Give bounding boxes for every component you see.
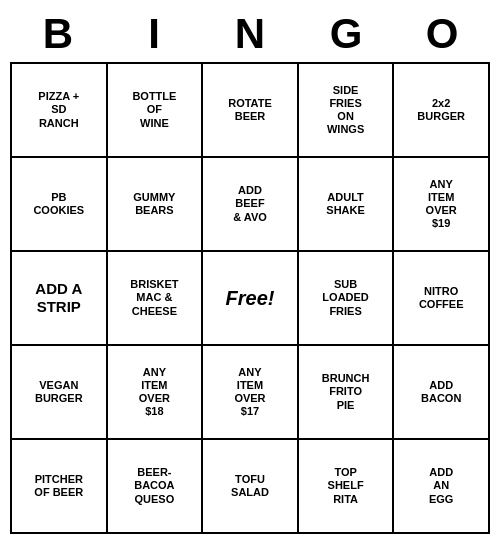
bingo-cell-r4c1: VEGANBURGER [12, 346, 108, 440]
bingo-cell-r2c2: GUMMYBEARS [108, 158, 204, 252]
bingo-cell-r1c2: BOTTLEOFWINE [108, 64, 204, 158]
bingo-cell-r4c4: BRUNCHFRITOPIE [299, 346, 395, 440]
bingo-grid: PIZZA +SDRANCHBOTTLEOFWINEROTATEBEERSIDE… [10, 62, 490, 534]
bingo-cell-r2c4: ADULTSHAKE [299, 158, 395, 252]
bingo-cell-r5c3: TOFUSALAD [203, 440, 299, 534]
bingo-cell-r1c4: SIDEFRIESONWINGS [299, 64, 395, 158]
bingo-cell-r2c5: ANYITEMOVER$19 [394, 158, 490, 252]
bingo-cell-r3c3: Free! [203, 252, 299, 346]
bingo-cell-r3c5: NITROCOFFEE [394, 252, 490, 346]
bingo-cell-r4c2: ANYITEMOVER$18 [108, 346, 204, 440]
bingo-cell-r5c5: ADDANEGG [394, 440, 490, 534]
bingo-cell-r3c4: SUBLOADEDFRIES [299, 252, 395, 346]
letter-n: N [202, 10, 298, 58]
bingo-cell-r5c1: PITCHEROF BEER [12, 440, 108, 534]
bingo-cell-r4c3: ANYITEMOVER$17 [203, 346, 299, 440]
bingo-cell-r1c3: ROTATEBEER [203, 64, 299, 158]
bingo-cell-r2c3: ADDBEEF& AVO [203, 158, 299, 252]
bingo-cell-r4c5: ADDBACON [394, 346, 490, 440]
letter-b: B [10, 10, 106, 58]
bingo-cell-r1c5: 2x2BURGER [394, 64, 490, 158]
letter-o: O [394, 10, 490, 58]
bingo-cell-r3c2: BRISKETMAC &CHEESE [108, 252, 204, 346]
bingo-cell-r3c1: ADD ASTRIP [12, 252, 108, 346]
letter-g: G [298, 10, 394, 58]
bingo-cell-r5c2: BEER-BACOAQUESO [108, 440, 204, 534]
bingo-cell-r1c1: PIZZA +SDRANCH [12, 64, 108, 158]
letter-i: I [106, 10, 202, 58]
bingo-title: B I N G O [10, 10, 490, 58]
bingo-cell-r5c4: TOPSHELFRITA [299, 440, 395, 534]
bingo-cell-r2c1: PBCOOKIES [12, 158, 108, 252]
